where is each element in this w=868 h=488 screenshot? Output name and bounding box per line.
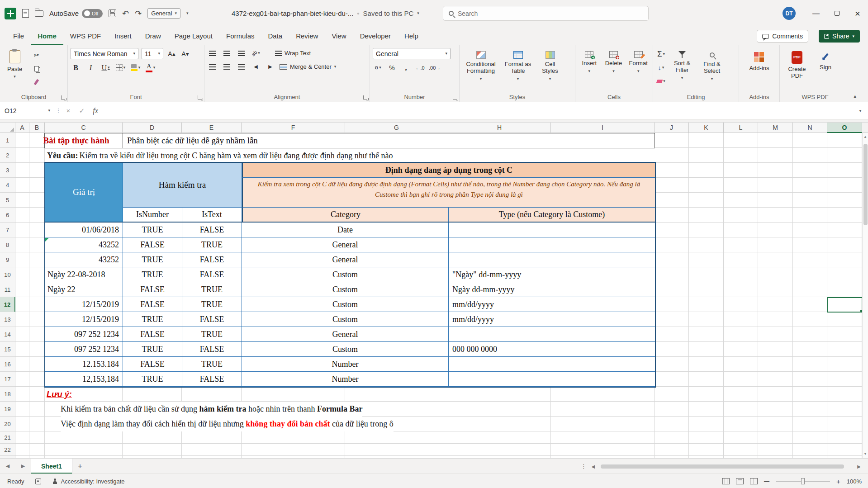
- col-header-K[interactable]: K: [689, 123, 724, 133]
- row-header-7[interactable]: 7: [0, 223, 15, 237]
- category-header-cell[interactable]: Category: [242, 208, 449, 223]
- col-header-N[interactable]: N: [793, 123, 827, 133]
- comments-button[interactable]: Comments: [757, 30, 808, 43]
- zoom-slider-thumb[interactable]: [801, 478, 805, 484]
- ribbon-tab-review[interactable]: Review: [289, 27, 325, 45]
- zoom-in-button[interactable]: +: [836, 478, 840, 485]
- normal-view-button[interactable]: [722, 478, 730, 484]
- cell[interactable]: 12/15/2019: [45, 312, 123, 327]
- cell-styles-button[interactable]: Cell Styles ▾: [536, 48, 564, 92]
- format-as-table-button[interactable]: Format as Table ▾: [501, 48, 535, 92]
- row-header-17[interactable]: 17: [0, 372, 15, 387]
- ribbon-tab-help[interactable]: Help: [398, 27, 425, 45]
- cell[interactable]: [449, 223, 655, 237]
- macro-record-icon[interactable]: [35, 479, 41, 484]
- clear-button[interactable]: ▾: [656, 76, 666, 86]
- cell[interactable]: TRUE: [123, 372, 182, 387]
- save-icon[interactable]: [109, 9, 116, 17]
- orientation-button[interactable]: ab▾: [251, 48, 261, 58]
- ribbon-tab-formulas[interactable]: Formulas: [219, 27, 261, 45]
- cell[interactable]: 097 252 1234: [45, 342, 123, 357]
- cell[interactable]: TRUE: [182, 282, 242, 297]
- col-header-D[interactable]: D: [123, 123, 182, 133]
- row-header-15[interactable]: 15: [0, 342, 15, 357]
- accounting-format-button[interactable]: ¤▾: [373, 62, 383, 73]
- cell[interactable]: 43252: [45, 252, 123, 267]
- select-all-button[interactable]: [0, 123, 15, 133]
- middle-align-button[interactable]: [222, 48, 232, 58]
- check-header-cell[interactable]: Hàm kiểm tra: [123, 163, 242, 208]
- align-center-button[interactable]: [222, 62, 232, 72]
- sort-filter-button[interactable]: Sort & Filter ▾: [668, 48, 696, 92]
- ribbon-tab-wps-pdf[interactable]: WPS PDF: [63, 27, 108, 45]
- cell[interactable]: FALSE: [182, 223, 242, 237]
- istext-header-cell[interactable]: IsText: [182, 208, 242, 223]
- new-file-icon[interactable]: [22, 9, 29, 18]
- row-header-6[interactable]: 6: [0, 208, 15, 223]
- cell[interactable]: TRUE: [182, 237, 242, 252]
- cell[interactable]: Custom: [242, 282, 449, 297]
- cell[interactable]: Custom: [242, 342, 449, 357]
- row-header-14[interactable]: 14: [0, 327, 15, 342]
- cell[interactable]: Number: [242, 357, 449, 372]
- cell[interactable]: TRUE: [182, 297, 242, 312]
- number-format-select[interactable]: General▾: [373, 48, 451, 59]
- align-right-button[interactable]: [236, 62, 247, 72]
- dialog-launcher-icon[interactable]: [453, 95, 457, 99]
- paste-button[interactable]: Paste ▾: [3, 48, 27, 81]
- copy-button[interactable]: [31, 63, 42, 74]
- cell[interactable]: "Ngày" dd-mm-yyyy: [449, 267, 655, 282]
- cell[interactable]: FALSE: [182, 267, 242, 282]
- isnumber-header-cell[interactable]: IsNumber: [123, 208, 182, 223]
- comma-style-button[interactable]: ,: [401, 62, 411, 73]
- cell[interactable]: FALSE: [123, 297, 182, 312]
- hscroll-left-icon[interactable]: ◀: [592, 464, 595, 469]
- insert-function-button[interactable]: fx: [89, 102, 102, 119]
- cell[interactable]: mm/dd/yyyy: [449, 297, 655, 312]
- chevron-down-icon[interactable]: ▾: [417, 11, 419, 15]
- bottom-align-button[interactable]: [236, 48, 247, 58]
- sheet-grid[interactable]: Bài tập thực hành Phân biệt các dữ liệu …: [15, 133, 862, 458]
- increase-decimal-button[interactable]: ←.0: [415, 62, 425, 73]
- new-sheet-button[interactable]: +: [72, 462, 88, 471]
- percent-style-button[interactable]: %: [387, 62, 397, 73]
- horizontal-scroll-thumb[interactable]: [601, 464, 844, 469]
- search-box[interactable]: [443, 6, 649, 21]
- top-align-button[interactable]: [207, 48, 218, 58]
- insert-cells-button[interactable]: Insert ▾: [578, 48, 601, 92]
- saved-status[interactable]: Saved to this PC: [363, 9, 414, 17]
- col-header-G[interactable]: G: [345, 123, 448, 133]
- cell[interactable]: 12.153.184: [45, 357, 123, 372]
- row-header-19[interactable]: 19: [0, 402, 15, 417]
- cell[interactable]: Number: [242, 372, 449, 387]
- bold-button[interactable]: B: [71, 62, 81, 73]
- col-header-A[interactable]: A: [15, 123, 29, 133]
- prev-sheet-button[interactable]: ◀: [0, 463, 15, 469]
- row-header-18[interactable]: 18: [0, 387, 15, 402]
- cell[interactable]: [449, 237, 655, 252]
- sheet-tab-sheet1[interactable]: Sheet1: [31, 459, 72, 474]
- col-header-E[interactable]: E: [182, 123, 242, 133]
- row-header-13[interactable]: 13: [0, 312, 15, 327]
- cell[interactable]: Ngày 22-08-2018: [45, 267, 123, 282]
- italic-button[interactable]: I: [85, 62, 96, 73]
- row-header-5[interactable]: 5: [0, 193, 15, 208]
- row-header-8[interactable]: 8: [0, 237, 15, 252]
- value-header-cell[interactable]: Giá trị: [45, 163, 123, 223]
- decrease-indent-button[interactable]: ◀: [251, 62, 261, 72]
- cell[interactable]: FALSE: [182, 372, 242, 387]
- requirement-row[interactable]: Yêu cầu: Kiểm tra về kiểu dữ liệu trong …: [45, 148, 655, 163]
- undo-button[interactable]: ↶: [122, 9, 129, 19]
- fill-button[interactable]: ↓▾: [656, 62, 666, 73]
- cell[interactable]: 43252: [45, 237, 123, 252]
- page-break-view-button[interactable]: [750, 478, 758, 484]
- format-header-cell[interactable]: Định dạng đang áp dụng trong cột C: [242, 163, 655, 178]
- cell[interactable]: [449, 372, 655, 387]
- row-header-4[interactable]: 4: [0, 178, 15, 193]
- zoom-slider[interactable]: [776, 481, 830, 482]
- avatar[interactable]: DT: [783, 7, 796, 20]
- cell[interactable]: FALSE: [123, 327, 182, 342]
- row-header-9[interactable]: 9: [0, 252, 15, 267]
- cell[interactable]: 097 252 1234: [45, 327, 123, 342]
- vertical-scroll-thumb[interactable]: [863, 144, 868, 225]
